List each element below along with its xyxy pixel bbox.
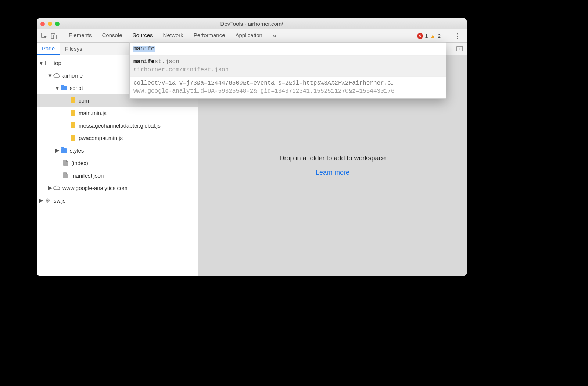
subtab-filesystem[interactable]: Filesys xyxy=(60,43,87,55)
tree-label: top xyxy=(54,60,61,66)
toolbar-right: ✕ 1 ▲ 2 ⋮ xyxy=(417,32,464,40)
tree-label: www.google-analytics.com xyxy=(62,185,128,191)
js-file-icon xyxy=(69,122,76,128)
search-query-selected: manife xyxy=(133,46,155,52)
js-file-icon xyxy=(69,110,76,116)
tab-application[interactable]: Application xyxy=(236,30,262,42)
tree-label: sw.js xyxy=(54,197,66,204)
tab-network[interactable]: Network xyxy=(163,30,183,42)
tree-item-folder-styles[interactable]: ▶ styles xyxy=(37,144,198,157)
suggestion-title: collect?v=1&_v=j73&a=1244478500&t=event&… xyxy=(133,79,442,87)
tree-label: (index) xyxy=(71,160,88,166)
disclosure-right-icon[interactable]: ▶ xyxy=(48,186,52,190)
toolbar-separator xyxy=(62,32,62,40)
warning-icon: ▲ xyxy=(430,33,435,39)
tree-item-file-messagechannel[interactable]: messagechanneladapter.global.js xyxy=(37,119,198,132)
learn-more-link[interactable]: Learn more xyxy=(316,169,349,176)
suggestion-title: manifest.json xyxy=(133,58,442,66)
subtab-page[interactable]: Page xyxy=(37,43,60,55)
disclosure-down-icon[interactable]: ▼ xyxy=(39,61,43,65)
tree-label: airhorne xyxy=(62,72,83,79)
traffic-lights xyxy=(40,22,60,26)
tab-performance[interactable]: Performance xyxy=(194,30,225,42)
svg-rect-2 xyxy=(54,35,57,39)
tree-item-domain-google-analytics[interactable]: ▶ www.google-analytics.com xyxy=(37,182,198,194)
tree-item-file-manifest[interactable]: manifest.json xyxy=(37,169,198,182)
window-title: DevTools - airhorner.com/ xyxy=(37,21,467,27)
show-debugger-icon[interactable] xyxy=(453,43,467,55)
error-icon: ✕ xyxy=(417,33,423,39)
devtools-window: DevTools - airhorner.com/ Elements Conso… xyxy=(37,18,467,276)
tree-item-file-index[interactable]: (index) xyxy=(37,157,198,169)
folder-icon xyxy=(60,86,68,90)
file-icon xyxy=(62,172,69,178)
minimize-window-button[interactable] xyxy=(48,22,52,26)
tab-sources[interactable]: Sources xyxy=(133,30,153,42)
tree-label: styles xyxy=(70,147,84,154)
tree-label: manifest.json xyxy=(71,172,104,179)
cloud-icon xyxy=(53,73,60,78)
tree-label: messagechanneladapter.global.js xyxy=(79,122,161,129)
disclosure-down-icon[interactable]: ▼ xyxy=(48,73,52,78)
open-file-search-input[interactable]: manife xyxy=(130,43,446,56)
drop-folder-message: Drop in a folder to add to workspace xyxy=(279,154,386,162)
js-file-icon xyxy=(69,97,76,103)
open-file-popup: manife manifest.json airhorner.com/manif… xyxy=(129,42,446,99)
disclosure-right-icon[interactable]: ▶ xyxy=(55,148,60,153)
folder-icon xyxy=(60,148,68,153)
tree-label: main.min.js xyxy=(79,110,107,116)
suggestion-item[interactable]: manifest.json airhorner.com/manifest.jso… xyxy=(130,56,446,77)
panel-tabs: Elements Console Sources Network Perform… xyxy=(69,30,276,42)
main-toolbar: Elements Console Sources Network Perform… xyxy=(37,29,467,43)
disclosure-down-icon[interactable]: ▼ xyxy=(55,86,60,90)
warning-count[interactable]: 2 xyxy=(438,33,441,39)
settings-menu-icon[interactable]: ⋮ xyxy=(451,32,464,40)
tab-elements[interactable]: Elements xyxy=(69,30,92,42)
tree-item-file-pwacompat[interactable]: pwacompat.min.js xyxy=(37,132,198,144)
tree-label: com xyxy=(79,97,89,104)
frame-icon xyxy=(44,61,51,65)
error-count[interactable]: 1 xyxy=(425,33,428,39)
titlebar: DevTools - airhorner.com/ xyxy=(37,18,467,29)
tree-item-file-main[interactable]: main.min.js xyxy=(37,107,198,119)
device-toolbar-icon[interactable] xyxy=(49,31,59,41)
tabs-overflow-icon[interactable]: » xyxy=(273,30,276,42)
close-window-button[interactable] xyxy=(40,22,45,26)
tab-console[interactable]: Console xyxy=(102,30,122,42)
file-icon xyxy=(62,160,69,166)
tree-label: pwacompat.min.js xyxy=(79,135,123,141)
toolbar-separator xyxy=(446,32,446,40)
suggestion-item[interactable]: collect?v=1&_v=j73&a=1244478500&t=event&… xyxy=(130,77,446,98)
disclosure-right-icon[interactable]: ▶ xyxy=(39,198,43,203)
gear-icon: ⚙ xyxy=(44,197,51,204)
inspect-element-icon[interactable] xyxy=(40,31,49,41)
cloud-icon xyxy=(53,185,60,190)
suggestion-subtitle: www.google-analyti…d=UA-59325548-2&_gid=… xyxy=(133,87,442,95)
tree-item-service-worker[interactable]: ▶ ⚙ sw.js xyxy=(37,194,198,207)
zoom-window-button[interactable] xyxy=(55,22,60,26)
tree-label: script xyxy=(70,85,83,91)
suggestion-subtitle: airhorner.com/manifest.json xyxy=(133,66,442,74)
js-file-icon xyxy=(69,135,76,141)
